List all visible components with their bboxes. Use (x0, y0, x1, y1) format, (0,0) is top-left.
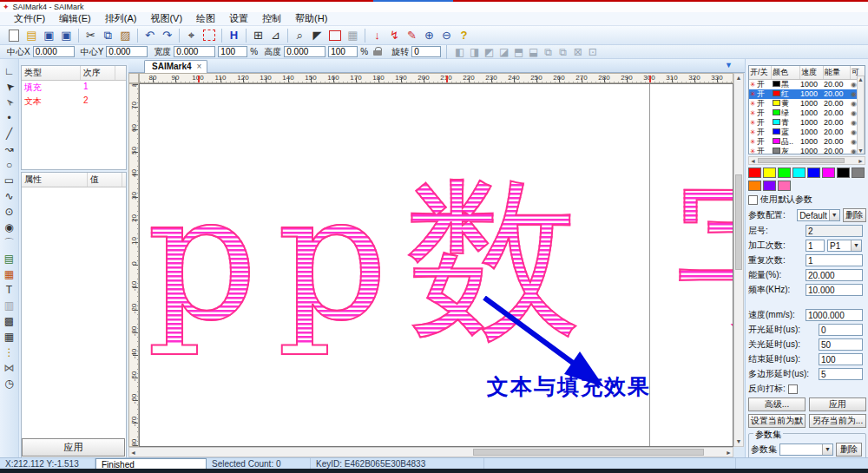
object-row[interactable]: 填充1 (22, 81, 126, 95)
palette-swatch[interactable] (822, 168, 835, 178)
tab-overflow-icon[interactable]: ▼ (725, 61, 733, 69)
menu-item-settings[interactable]: 设置 (222, 11, 255, 26)
canvas-vertical-scrollbar[interactable]: ▲ ▼ (733, 73, 744, 447)
speed-input[interactable] (806, 309, 863, 321)
palette-swatch[interactable] (748, 181, 761, 191)
delay-tool-icon[interactable]: ⋮ (2, 345, 17, 359)
zoom-out-icon[interactable]: ⊖ (438, 28, 455, 43)
align-left-icon[interactable]: ◧ (452, 46, 467, 58)
disabled-grid-icon[interactable]: ▦ (345, 28, 361, 43)
save-icon[interactable]: ▣ (41, 28, 57, 43)
ellipse-tool-icon[interactable]: ◉ (2, 220, 17, 234)
menu-item-help[interactable]: 帮助(H) (288, 11, 334, 26)
off-delay-input[interactable] (819, 338, 863, 351)
layer-row[interactable]: ✳开品..100020.00◉ (749, 137, 865, 147)
menu-item-draw[interactable]: 绘图 (189, 11, 222, 26)
drawing-area[interactable]: pp数 字 文本与填充效果 (139, 83, 733, 447)
mark-param-icon[interactable]: ↯ (386, 28, 403, 43)
dropdown-arrow-icon[interactable]: ▼ (851, 240, 861, 251)
layer-table-vscrollbar[interactable]: ▲ ▼ (857, 76, 865, 154)
polygon-tool-icon[interactable]: ○ (2, 158, 17, 172)
canvas-horizontal-scrollbar[interactable]: ◄ ► (128, 447, 733, 457)
color-column-header[interactable]: 颜色 (772, 66, 800, 79)
line-tool-icon[interactable]: ╱ (2, 127, 17, 141)
menu-item-view[interactable]: 视图(V) (143, 11, 189, 26)
aspect-lock-icon[interactable] (373, 47, 383, 56)
preview-window-icon[interactable] (329, 30, 341, 41)
layer-row[interactable]: ✳开绿100020.00◉ (749, 108, 865, 118)
onoff-column-header[interactable]: 开/关 (749, 66, 772, 79)
layer-table-hscrollbar[interactable]: ◄ ► (748, 156, 865, 165)
align-bottom-icon[interactable]: ◪ (496, 46, 511, 58)
use-default-checkbox[interactable] (748, 195, 758, 205)
node-edit-icon[interactable]: ⌖ (183, 28, 200, 43)
tab-close-icon[interactable]: × (197, 62, 202, 71)
layer-row[interactable]: ✳开红100020.00◉ (749, 89, 865, 99)
mirror-h-icon[interactable]: ⬒ (511, 46, 526, 58)
measure-icon[interactable]: ⊿ (267, 28, 284, 43)
set-default-button[interactable]: 设置当前为默认 (748, 414, 806, 428)
apply-object-button[interactable]: 应用 (22, 438, 125, 457)
dropdown-arrow-icon[interactable]: ▼ (822, 444, 832, 455)
speed-column-header[interactable]: 速度 (800, 66, 824, 79)
repeat-times-input[interactable] (806, 254, 863, 266)
zoom-tool-icon[interactable]: ⌕ (292, 28, 308, 43)
save-current-as-button[interactable]: 另存当前为... (809, 414, 866, 428)
mark-pen-icon[interactable]: ✎ (404, 28, 420, 43)
node-tool-icon[interactable]: ➢ (0, 92, 20, 113)
point-tool-icon[interactable]: • (2, 111, 17, 125)
palette-swatch[interactable] (837, 168, 850, 178)
polyline-tool-icon[interactable]: ↝ (2, 142, 17, 156)
order-column-header[interactable]: 次序 (81, 66, 115, 80)
ungroup-icon[interactable]: ⧉ (556, 46, 570, 58)
fit-view-icon[interactable]: ⊞ (250, 28, 266, 43)
height-percent-input[interactable] (328, 46, 358, 57)
layer-row[interactable]: ✳开黑100020.00◉ (749, 80, 865, 89)
end-delay-input[interactable] (819, 353, 863, 365)
pick-tool-icon[interactable]: ◤ (309, 28, 326, 43)
value-column-header[interactable]: 值 (88, 173, 122, 187)
arc-tool-icon[interactable]: ⌒ (2, 236, 17, 250)
unlock-icon[interactable]: ⊡ (585, 46, 600, 58)
layer-row[interactable]: ✳开黄100020.00◉ (749, 99, 865, 108)
group-icon[interactable]: ⧉ (541, 46, 556, 58)
io-tool-icon[interactable]: ⋈ (2, 361, 17, 375)
text-tool-icon[interactable]: T (2, 283, 17, 297)
menu-item-control[interactable]: 控制 (255, 11, 288, 26)
zoom-in-icon[interactable]: ⊕ (421, 28, 437, 43)
open-file-icon[interactable]: ▤ (23, 28, 40, 43)
align-top-icon[interactable]: ◩ (482, 46, 496, 58)
save-as-icon[interactable]: ▣ (58, 28, 75, 43)
lock-icon[interactable]: ⊠ (570, 46, 585, 58)
center-x-input[interactable] (33, 46, 75, 57)
circle-tool-icon[interactable]: ⊙ (2, 205, 17, 219)
menu-item-file[interactable]: 文件(F) (7, 11, 52, 26)
energy-input[interactable] (806, 269, 863, 281)
delete-param-set-button[interactable]: 删除 (836, 443, 862, 457)
undo-icon[interactable]: ↶ (141, 28, 158, 43)
rect-tool-icon[interactable]: ▭ (2, 174, 17, 187)
paste-icon[interactable]: ▨ (117, 28, 134, 43)
palette-swatch[interactable] (778, 181, 791, 191)
width-input[interactable] (174, 46, 215, 57)
process-profile-dropdown[interactable]: P1 ▼ (827, 240, 862, 252)
process-times-input[interactable] (806, 240, 825, 252)
align-right-icon[interactable]: ◨ (467, 46, 482, 58)
hatch-icon[interactable]: H (226, 28, 242, 43)
gray-tool-icon[interactable]: ▥ (2, 299, 17, 312)
type-column-header[interactable]: 类型 (22, 66, 81, 80)
layer-row[interactable]: ✳开灰100020.00◉ (749, 147, 865, 154)
palette-swatch[interactable] (763, 168, 776, 178)
on-delay-input[interactable] (819, 324, 863, 336)
dropdown-arrow-icon[interactable]: ▼ (829, 210, 839, 220)
delete-config-button[interactable]: 删除 (843, 208, 866, 222)
polygon-delay-input[interactable] (819, 368, 863, 380)
bitmap-tool-icon[interactable]: ▤ (2, 252, 17, 266)
hatch-tool-icon[interactable]: ▩ (2, 314, 17, 328)
width-percent-input[interactable] (218, 46, 247, 57)
palette-swatch[interactable] (792, 168, 806, 178)
image-tool-icon[interactable]: ▦ (2, 267, 17, 281)
annotation-text[interactable]: 文本与填充效果 (487, 372, 651, 401)
height-input[interactable] (284, 46, 326, 57)
layer-row[interactable]: ✳开蓝100020.00◉ (749, 128, 865, 137)
